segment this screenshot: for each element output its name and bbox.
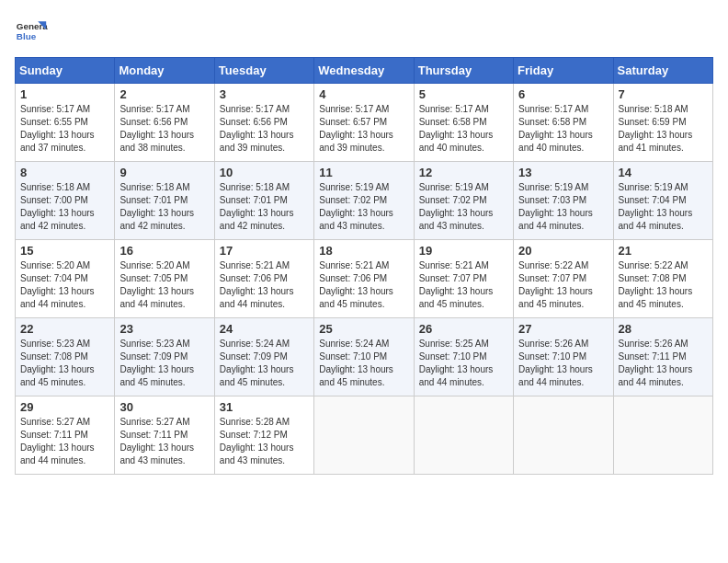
day-info: Sunrise: 5:17 AM Sunset: 6:58 PM Dayligh…: [518, 103, 608, 155]
calendar-cell: 26Sunrise: 5:25 AM Sunset: 7:10 PM Dayli…: [414, 318, 513, 396]
calendar-cell: 23Sunrise: 5:23 AM Sunset: 7:09 PM Dayli…: [115, 318, 214, 396]
day-info: Sunrise: 5:20 AM Sunset: 7:04 PM Dayligh…: [20, 259, 109, 311]
day-number: 21: [619, 244, 708, 258]
calendar-cell: 11Sunrise: 5:19 AM Sunset: 7:02 PM Dayli…: [314, 162, 414, 240]
day-info: Sunrise: 5:23 AM Sunset: 7:08 PM Dayligh…: [20, 338, 109, 389]
calendar-cell: 12Sunrise: 5:19 AM Sunset: 7:02 PM Dayli…: [414, 162, 513, 240]
header-cell-saturday: Saturday: [613, 58, 712, 84]
day-info: Sunrise: 5:26 AM Sunset: 7:11 PM Dayligh…: [619, 338, 708, 389]
calendar-cell: 4Sunrise: 5:17 AM Sunset: 6:57 PM Daylig…: [314, 84, 414, 162]
day-number: 29: [20, 400, 109, 414]
header-cell-wednesday: Wednesday: [314, 58, 414, 84]
calendar-cell: 24Sunrise: 5:24 AM Sunset: 7:09 PM Dayli…: [214, 318, 313, 396]
calendar-cell: 31Sunrise: 5:28 AM Sunset: 7:12 PM Dayli…: [214, 396, 313, 475]
calendar-cell: 18Sunrise: 5:21 AM Sunset: 7:06 PM Dayli…: [314, 240, 414, 318]
day-number: 10: [220, 166, 309, 179]
calendar-cell: 15Sunrise: 5:20 AM Sunset: 7:04 PM Dayli…: [16, 240, 115, 318]
calendar-week-2: 8Sunrise: 5:18 AM Sunset: 7:00 PM Daylig…: [16, 162, 713, 240]
day-info: Sunrise: 5:18 AM Sunset: 7:01 PM Dayligh…: [220, 181, 309, 233]
day-info: Sunrise: 5:21 AM Sunset: 7:06 PM Dayligh…: [319, 259, 408, 311]
day-number: 1: [20, 87, 109, 101]
day-number: 8: [20, 166, 109, 179]
day-info: Sunrise: 5:21 AM Sunset: 7:06 PM Dayligh…: [220, 259, 309, 311]
day-info: Sunrise: 5:23 AM Sunset: 7:09 PM Dayligh…: [119, 338, 209, 389]
day-number: 15: [20, 244, 109, 258]
calendar-cell: 14Sunrise: 5:19 AM Sunset: 7:04 PM Dayli…: [613, 162, 712, 240]
day-info: Sunrise: 5:17 AM Sunset: 6:57 PM Dayligh…: [319, 103, 408, 155]
calendar-cell: 2Sunrise: 5:17 AM Sunset: 6:56 PM Daylig…: [115, 84, 214, 162]
calendar-cell: 21Sunrise: 5:22 AM Sunset: 7:08 PM Dayli…: [613, 240, 712, 318]
calendar-week-5: 29Sunrise: 5:27 AM Sunset: 7:11 PM Dayli…: [16, 396, 713, 475]
day-info: Sunrise: 5:18 AM Sunset: 6:59 PM Dayligh…: [619, 103, 708, 155]
logo: General Blue: [15, 15, 51, 48]
calendar-cell: 16Sunrise: 5:20 AM Sunset: 7:05 PM Dayli…: [115, 240, 214, 318]
calendar-cell: 19Sunrise: 5:21 AM Sunset: 7:07 PM Dayli…: [414, 240, 513, 318]
day-number: 19: [419, 244, 508, 258]
calendar-cell: [414, 396, 513, 475]
calendar-cell: 20Sunrise: 5:22 AM Sunset: 7:07 PM Dayli…: [514, 240, 613, 318]
header-cell-monday: Monday: [115, 58, 214, 84]
header-cell-thursday: Thursday: [414, 58, 513, 84]
day-number: 12: [419, 166, 508, 179]
day-number: 7: [619, 87, 708, 101]
header-cell-sunday: Sunday: [16, 58, 115, 84]
calendar-cell: 17Sunrise: 5:21 AM Sunset: 7:06 PM Dayli…: [214, 240, 313, 318]
header: General Blue: [15, 15, 713, 48]
calendar-week-4: 22Sunrise: 5:23 AM Sunset: 7:08 PM Dayli…: [16, 318, 713, 396]
day-number: 2: [119, 87, 209, 101]
calendar-cell: 5Sunrise: 5:17 AM Sunset: 6:58 PM Daylig…: [414, 84, 513, 162]
day-number: 17: [220, 244, 309, 258]
day-info: Sunrise: 5:28 AM Sunset: 7:12 PM Dayligh…: [220, 416, 309, 467]
day-number: 20: [518, 244, 608, 258]
calendar-header-row: SundayMondayTuesdayWednesdayThursdayFrid…: [16, 58, 713, 84]
day-number: 6: [518, 87, 608, 101]
day-number: 31: [220, 400, 309, 414]
calendar-cell: [514, 396, 613, 475]
day-number: 23: [119, 322, 209, 336]
calendar-week-3: 15Sunrise: 5:20 AM Sunset: 7:04 PM Dayli…: [16, 240, 713, 318]
day-info: Sunrise: 5:19 AM Sunset: 7:02 PM Dayligh…: [319, 181, 408, 233]
day-number: 28: [619, 322, 708, 336]
day-info: Sunrise: 5:17 AM Sunset: 6:58 PM Dayligh…: [419, 103, 508, 155]
day-number: 16: [119, 244, 209, 258]
day-number: 11: [319, 166, 408, 179]
calendar-cell: 30Sunrise: 5:27 AM Sunset: 7:11 PM Dayli…: [115, 396, 214, 475]
day-number: 3: [220, 87, 309, 101]
calendar-cell: 25Sunrise: 5:24 AM Sunset: 7:10 PM Dayli…: [314, 318, 414, 396]
calendar-cell: 10Sunrise: 5:18 AM Sunset: 7:01 PM Dayli…: [214, 162, 313, 240]
day-info: Sunrise: 5:24 AM Sunset: 7:10 PM Dayligh…: [319, 338, 408, 389]
day-info: Sunrise: 5:22 AM Sunset: 7:07 PM Dayligh…: [518, 259, 608, 311]
day-info: Sunrise: 5:17 AM Sunset: 6:56 PM Dayligh…: [119, 103, 209, 155]
calendar-cell: 3Sunrise: 5:17 AM Sunset: 6:56 PM Daylig…: [214, 84, 313, 162]
calendar-cell: 8Sunrise: 5:18 AM Sunset: 7:00 PM Daylig…: [16, 162, 115, 240]
day-number: 26: [419, 322, 508, 336]
day-info: Sunrise: 5:17 AM Sunset: 6:56 PM Dayligh…: [220, 103, 309, 155]
day-number: 5: [419, 87, 508, 101]
calendar-cell: 28Sunrise: 5:26 AM Sunset: 7:11 PM Dayli…: [613, 318, 712, 396]
calendar-week-1: 1Sunrise: 5:17 AM Sunset: 6:55 PM Daylig…: [16, 84, 713, 162]
svg-text:Blue: Blue: [17, 31, 37, 41]
logo-icon: General Blue: [15, 15, 48, 48]
day-info: Sunrise: 5:26 AM Sunset: 7:10 PM Dayligh…: [518, 338, 608, 389]
day-info: Sunrise: 5:20 AM Sunset: 7:05 PM Dayligh…: [119, 259, 209, 311]
day-info: Sunrise: 5:22 AM Sunset: 7:08 PM Dayligh…: [619, 259, 708, 311]
day-info: Sunrise: 5:25 AM Sunset: 7:10 PM Dayligh…: [419, 338, 508, 389]
day-info: Sunrise: 5:21 AM Sunset: 7:07 PM Dayligh…: [419, 259, 508, 311]
day-info: Sunrise: 5:19 AM Sunset: 7:02 PM Dayligh…: [419, 181, 508, 233]
day-number: 25: [319, 322, 408, 336]
day-info: Sunrise: 5:17 AM Sunset: 6:55 PM Dayligh…: [20, 103, 109, 155]
day-info: Sunrise: 5:18 AM Sunset: 7:01 PM Dayligh…: [119, 181, 209, 233]
calendar-cell: [613, 396, 712, 475]
calendar-cell: 27Sunrise: 5:26 AM Sunset: 7:10 PM Dayli…: [514, 318, 613, 396]
day-info: Sunrise: 5:18 AM Sunset: 7:00 PM Dayligh…: [20, 181, 109, 233]
day-number: 30: [119, 400, 209, 414]
calendar-cell: 13Sunrise: 5:19 AM Sunset: 7:03 PM Dayli…: [514, 162, 613, 240]
day-number: 13: [518, 166, 608, 179]
day-number: 24: [220, 322, 309, 336]
calendar-cell: 9Sunrise: 5:18 AM Sunset: 7:01 PM Daylig…: [115, 162, 214, 240]
day-number: 22: [20, 322, 109, 336]
day-number: 18: [319, 244, 408, 258]
day-number: 14: [619, 166, 708, 179]
calendar-table: SundayMondayTuesdayWednesdayThursdayFrid…: [15, 57, 713, 475]
day-number: 9: [119, 166, 209, 179]
